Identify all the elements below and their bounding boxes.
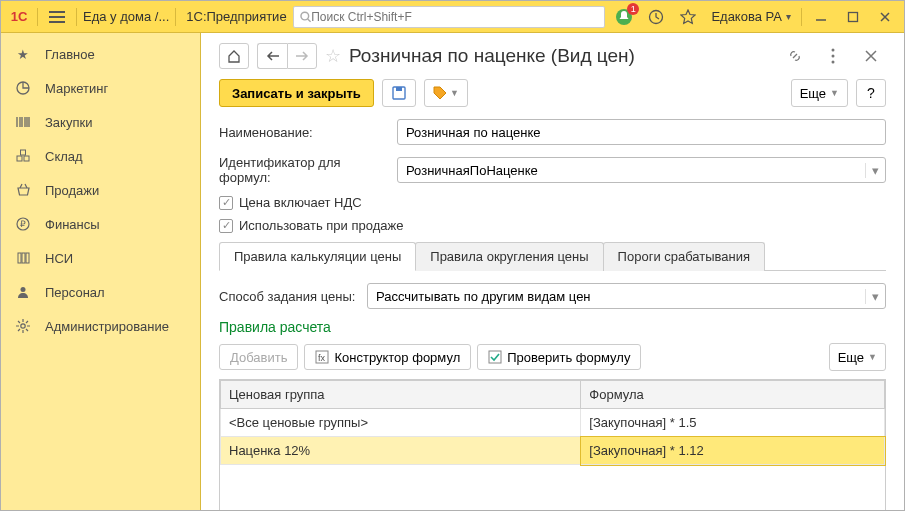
caret-down-icon: ▼ bbox=[868, 352, 877, 362]
separator bbox=[801, 8, 802, 26]
check-formula-icon bbox=[488, 350, 502, 364]
search-input[interactable] bbox=[311, 10, 598, 24]
link-button[interactable] bbox=[780, 43, 810, 69]
hamburger-icon bbox=[49, 11, 65, 23]
ruble-icon: ₽ bbox=[15, 216, 31, 232]
tab-round-rules[interactable]: Правила округления цены bbox=[415, 242, 603, 271]
link-icon bbox=[787, 48, 803, 64]
tab-body: Способ задания цены: ▾ Правила расчета Д… bbox=[219, 271, 886, 511]
star-outline-icon[interactable]: ☆ bbox=[325, 45, 341, 67]
sidebar-item-personnel[interactable]: Персонал bbox=[1, 275, 200, 309]
titlebar: 1C Еда у дома /... 1С:Предприятие 1 Едак… bbox=[1, 1, 904, 33]
svg-text:fx: fx bbox=[318, 353, 326, 363]
sidebar-item-main[interactable]: ★ Главное bbox=[1, 37, 200, 71]
id-select[interactable]: ▾ bbox=[397, 157, 886, 183]
more-button[interactable]: Еще ▼ bbox=[791, 79, 848, 107]
cell-formula[interactable]: [Закупочная] * 1.5 bbox=[581, 409, 885, 437]
id-label: Идентификатор для формул: bbox=[219, 155, 389, 185]
kebab-button[interactable] bbox=[818, 43, 848, 69]
maximize-icon bbox=[847, 11, 859, 23]
table-row[interactable]: Наценка 12% [Закупочная] * 1.12 bbox=[221, 437, 885, 465]
home-button[interactable] bbox=[219, 43, 249, 69]
sidebar-label: Главное bbox=[45, 47, 95, 62]
piechart-icon bbox=[15, 80, 31, 96]
svg-rect-12 bbox=[26, 253, 29, 263]
save-close-button[interactable]: Записать и закрыть bbox=[219, 79, 374, 107]
vat-checkbox-row[interactable]: ✓ Цена включает НДС bbox=[219, 195, 886, 210]
back-button[interactable] bbox=[257, 43, 287, 69]
sidebar-item-ref[interactable]: НСИ bbox=[1, 241, 200, 275]
id-row: Идентификатор для формул: ▾ bbox=[219, 155, 886, 185]
notifications-button[interactable]: 1 bbox=[611, 5, 637, 29]
sidebar-item-sales[interactable]: Продажи bbox=[1, 173, 200, 207]
close-window-button[interactable] bbox=[872, 5, 898, 29]
svg-rect-5 bbox=[17, 156, 22, 161]
maximize-button[interactable] bbox=[840, 5, 866, 29]
checkbox-checked-icon: ✓ bbox=[219, 196, 233, 210]
menu-button[interactable] bbox=[44, 5, 70, 29]
content-area: ☆ Розничная по наценке (Вид цен) Записат… bbox=[201, 33, 904, 510]
separator bbox=[76, 8, 77, 26]
method-input[interactable] bbox=[368, 289, 865, 304]
caret-down-icon[interactable]: ▾ bbox=[865, 163, 885, 178]
table-header-row: Ценовая группа Формула bbox=[221, 381, 885, 409]
close-icon bbox=[879, 11, 891, 23]
caret-down-icon: ▼ bbox=[450, 88, 459, 98]
col-group[interactable]: Ценовая группа bbox=[221, 381, 581, 409]
svg-point-13 bbox=[21, 287, 26, 292]
minimize-icon bbox=[815, 11, 827, 23]
cell-group[interactable]: Наценка 12% bbox=[221, 437, 581, 465]
tab-thresholds[interactable]: Пороги срабатывания bbox=[603, 242, 765, 271]
search-icon bbox=[300, 11, 312, 23]
method-select[interactable]: ▾ bbox=[367, 283, 886, 309]
sidebar-label: Персонал bbox=[45, 285, 105, 300]
id-input[interactable] bbox=[398, 163, 865, 178]
table-row[interactable]: <Все ценовые группы> [Закупочная] * 1.5 bbox=[221, 409, 885, 437]
sidebar-label: Администрирование bbox=[45, 319, 169, 334]
caret-down-icon[interactable]: ▾ bbox=[865, 289, 885, 304]
close-page-button[interactable] bbox=[856, 43, 886, 69]
add-button[interactable]: Добавить bbox=[219, 344, 298, 370]
sidebar-item-finance[interactable]: ₽ Финансы bbox=[1, 207, 200, 241]
favorite-button[interactable] bbox=[675, 5, 701, 29]
tabs: Правила калькуляции цены Правила округле… bbox=[219, 241, 886, 271]
cell-formula[interactable]: [Закупочная] * 1.12 bbox=[581, 437, 885, 465]
sidebar-item-purchases[interactable]: Закупки bbox=[1, 105, 200, 139]
save-button[interactable] bbox=[382, 79, 416, 107]
cell-group[interactable]: <Все ценовые группы> bbox=[221, 409, 581, 437]
form: Наименование: Идентификатор для формул: … bbox=[201, 119, 904, 511]
svg-point-15 bbox=[832, 49, 835, 52]
col-formula[interactable]: Формула bbox=[581, 381, 885, 409]
sidebar-item-marketing[interactable]: Маркетинг bbox=[1, 71, 200, 105]
name-input[interactable] bbox=[397, 119, 886, 145]
nav-buttons bbox=[257, 43, 317, 69]
caret-down-icon: ▾ bbox=[786, 11, 791, 22]
help-button[interactable]: ? bbox=[856, 79, 886, 107]
global-search[interactable] bbox=[293, 6, 606, 28]
sidebar-item-admin[interactable]: Администрирование bbox=[1, 309, 200, 343]
separator bbox=[175, 8, 176, 26]
basket-icon bbox=[15, 182, 31, 198]
rules-section-title: Правила расчета bbox=[219, 319, 886, 335]
books-icon bbox=[15, 250, 31, 266]
minimize-button[interactable] bbox=[808, 5, 834, 29]
name-label: Наименование: bbox=[219, 125, 389, 140]
sidebar-label: Маркетинг bbox=[45, 81, 108, 96]
user-menu[interactable]: Едакова РА ▾ bbox=[707, 9, 795, 24]
star-icon bbox=[680, 9, 696, 25]
sale-checkbox-row[interactable]: ✓ Использовать при продаже bbox=[219, 218, 886, 233]
sidebar-item-warehouse[interactable]: Склад bbox=[1, 139, 200, 173]
svg-point-17 bbox=[832, 61, 835, 64]
constructor-button[interactable]: fx Конструктор формул bbox=[304, 344, 471, 370]
sidebar-label: Финансы bbox=[45, 217, 100, 232]
clock-icon bbox=[648, 9, 664, 25]
history-button[interactable] bbox=[643, 5, 669, 29]
nav-sidebar: ★ Главное Маркетинг Закупки Склад Продаж… bbox=[1, 33, 201, 510]
table-more-button[interactable]: Еще ▼ bbox=[829, 343, 886, 371]
check-formula-button[interactable]: Проверить формулу bbox=[477, 344, 641, 370]
tag-dropdown-button[interactable]: ▼ bbox=[424, 79, 468, 107]
tab-calc-rules[interactable]: Правила калькуляции цены bbox=[219, 242, 416, 271]
arrow-left-icon bbox=[266, 50, 280, 62]
forward-button[interactable] bbox=[287, 43, 317, 69]
tag-icon bbox=[433, 86, 447, 100]
